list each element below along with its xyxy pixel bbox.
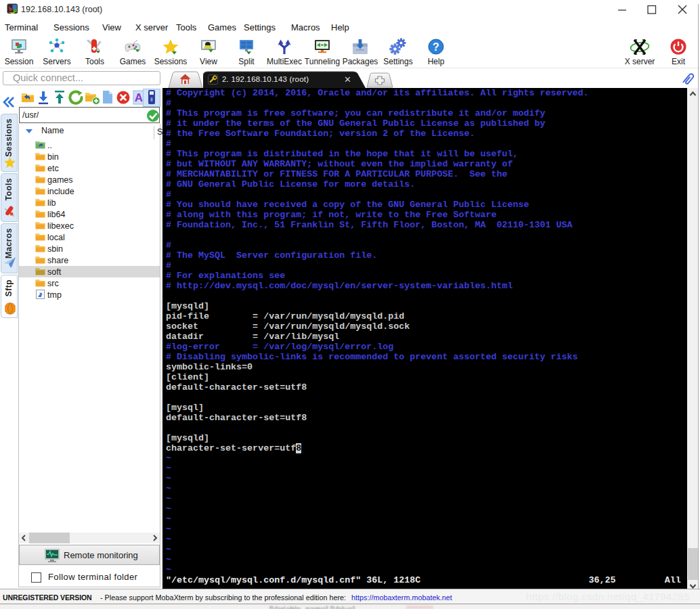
svg-text:?: ?	[433, 41, 439, 53]
svg-text:A: A	[135, 91, 143, 104]
